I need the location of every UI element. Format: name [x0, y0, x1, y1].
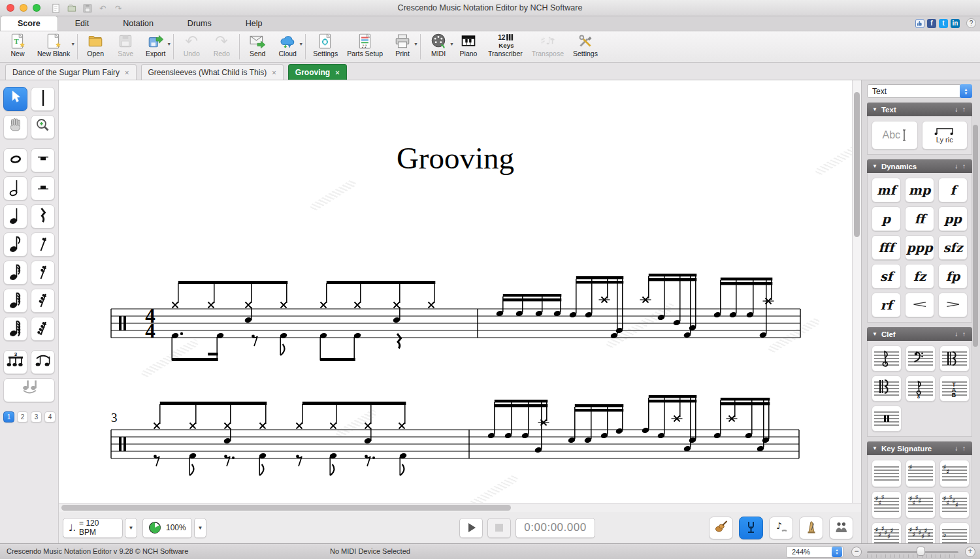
whole-note-tool[interactable]: [3, 148, 27, 172]
dynamic-p-button[interactable]: p: [872, 206, 901, 231]
dynamic-ppp-button[interactable]: ppp: [905, 235, 934, 260]
metronome-button[interactable]: [799, 517, 823, 539]
section-header-key-signature[interactable]: ▼Key Signature↓ ↑: [867, 441, 972, 455]
key-signature-1-sharps-button[interactable]: ♯: [906, 460, 936, 487]
speed-control[interactable]: 100%: [142, 518, 192, 538]
menu-tab-score[interactable]: Score: [0, 16, 58, 31]
linkedin-icon[interactable]: in: [951, 19, 960, 28]
toolbar-transcriber-button[interactable]: 12KeysTranscriber: [483, 31, 527, 62]
document-tab[interactable]: Dance of the Sugar Plum Fairy×: [5, 64, 137, 80]
dynamic-sfz-button[interactable]: sfz: [938, 235, 968, 260]
guitar-sound-button[interactable]: [709, 517, 733, 539]
key-signature-5-sharps-button[interactable]: ♯♯♯♯♯: [939, 491, 970, 519]
bass-clef-button[interactable]: [906, 345, 936, 372]
dynamic-mf-button[interactable]: mf: [872, 178, 901, 202]
dynamic-crescendo-button[interactable]: <: [905, 293, 934, 317]
collapse-triangle-icon[interactable]: ▼: [872, 445, 877, 451]
menu-tab-drums[interactable]: Drums: [171, 16, 229, 31]
voice-button-3[interactable]: 3: [31, 411, 42, 423]
collapse-triangle-icon[interactable]: ▼: [872, 331, 877, 337]
close-tab-icon[interactable]: ×: [272, 69, 276, 76]
dynamic-f-button[interactable]: f: [938, 178, 968, 202]
sixteenth-note-tool[interactable]: [3, 261, 27, 285]
toolbar-parts-setup-button[interactable]: ♪♪Parts Setup: [342, 31, 387, 62]
pan-tool[interactable]: [3, 115, 27, 139]
eighth-note-tool[interactable]: [3, 232, 27, 257]
treble-clef-button[interactable]: [872, 345, 902, 372]
sidebar-category-select[interactable]: Text: [867, 84, 960, 98]
tab-clef-button[interactable]: TAB: [939, 375, 970, 402]
dropdown-arrow-icon[interactable]: ▼: [71, 42, 75, 46]
alto-clef-button[interactable]: [939, 345, 970, 372]
toolbar-export-button[interactable]: Export▼: [140, 31, 171, 62]
menu-tab-edit[interactable]: Edit: [58, 16, 106, 31]
percussion-clef-button[interactable]: [872, 406, 902, 432]
key-signature-2-sharps-button[interactable]: ♯♯: [939, 460, 970, 487]
toolbar-settings-button[interactable]: Settings: [308, 31, 342, 62]
section-reorder-icons[interactable]: ↓ ↑: [955, 106, 967, 113]
lyric-tool-button[interactable]: Ly ric: [922, 121, 968, 150]
toolbar-cloud-button[interactable]: Cloud▼: [272, 31, 302, 62]
section-reorder-icons[interactable]: ↓ ↑: [955, 330, 967, 338]
toolbar-piano-button[interactable]: Piano: [453, 31, 483, 62]
zoom-tool[interactable]: [31, 115, 55, 139]
dynamic-fp-button[interactable]: fp: [938, 264, 968, 289]
select-arrows-icon[interactable]: ▲▼: [960, 84, 972, 98]
ensemble-sound-button[interactable]: [829, 517, 853, 539]
slur-tool[interactable]: [31, 350, 55, 374]
dynamic-rf-button[interactable]: rf: [872, 293, 901, 317]
help-button[interactable]: ?: [966, 18, 976, 28]
dropdown-arrow-icon[interactable]: ▼: [299, 42, 303, 46]
dynamic-sf-button[interactable]: sf: [872, 264, 901, 289]
zoom-slider-track[interactable]: [867, 551, 958, 553]
play-button[interactable]: [459, 518, 483, 538]
toolbar-print-button[interactable]: Print▼: [387, 31, 417, 62]
horizontal-scrollbar[interactable]: [59, 503, 861, 512]
key-signature-0-sharps-button[interactable]: [872, 460, 902, 487]
eighth-rest-tool[interactable]: [31, 232, 55, 257]
dynamic-decrescendo-button[interactable]: >: [938, 293, 968, 317]
sixtyfourth-note-tool[interactable]: [3, 317, 27, 341]
section-header-clef[interactable]: ▼Clef↓ ↑: [867, 327, 972, 341]
half-note-tool[interactable]: [3, 176, 27, 200]
dynamic-fz-button[interactable]: fz: [905, 264, 934, 289]
twitter-icon[interactable]: t: [939, 19, 948, 28]
toolbar-new-button[interactable]: TNew: [3, 31, 33, 62]
select-tool[interactable]: [3, 87, 27, 111]
text-tool-button[interactable]: Abc: [872, 121, 918, 150]
quarter-note-tool[interactable]: [3, 204, 27, 229]
half-rest-tool[interactable]: [31, 176, 55, 200]
toolbar-midi-button[interactable]: MIDI▼: [423, 31, 453, 62]
sixtyfourth-rest-tool[interactable]: [31, 317, 55, 341]
thirtysecond-rest-tool[interactable]: [31, 289, 55, 313]
facebook-icon[interactable]: f: [927, 19, 936, 28]
document-tab[interactable]: Greensleeves (What Child is This)×: [141, 64, 284, 80]
toolbar-open-button[interactable]: Open: [80, 31, 110, 62]
voice-button-1[interactable]: 1: [3, 411, 14, 423]
dropdown-arrow-icon[interactable]: ▼: [167, 42, 171, 46]
dynamic-mp-button[interactable]: mp: [905, 178, 934, 202]
treble8-clef-button[interactable]: 8: [906, 375, 936, 402]
document-tab[interactable]: Grooving×: [288, 64, 347, 80]
dynamic-pp-button[interactable]: pp: [938, 206, 968, 231]
section-reorder-icons[interactable]: ↓ ↑: [955, 163, 967, 170]
tenor-clef-button[interactable]: [872, 375, 902, 402]
vertical-scrollbar[interactable]: [852, 80, 861, 503]
thirtysecond-note-tool[interactable]: [3, 289, 27, 313]
zoom-out-button[interactable]: −: [851, 547, 862, 557]
drums-sound-button[interactable]: [739, 517, 763, 539]
speed-dropdown-button[interactable]: ▼: [194, 518, 206, 538]
dynamic-ff-button[interactable]: ff: [905, 206, 934, 231]
whole-rest-tool[interactable]: [31, 148, 55, 172]
voice-button-2[interactable]: 2: [17, 411, 28, 423]
zoom-in-button[interactable]: +: [965, 547, 975, 557]
sidebar-scrollbar-thumb[interactable]: [973, 125, 978, 347]
toolbar-send-button[interactable]: Send: [242, 31, 272, 62]
tempo-control[interactable]: ♩. = 120 BPM: [63, 518, 123, 538]
menu-tab-help[interactable]: Help: [229, 16, 280, 31]
toolbar-new-blank-button[interactable]: New Blank▼: [33, 31, 74, 62]
stop-button[interactable]: [487, 518, 511, 538]
section-header-text[interactable]: ▼Text↓ ↑: [867, 103, 972, 116]
sidebar-scrollbar[interactable]: [973, 80, 979, 543]
section-header-dynamics[interactable]: ▼Dynamics↓ ↑: [867, 159, 972, 173]
